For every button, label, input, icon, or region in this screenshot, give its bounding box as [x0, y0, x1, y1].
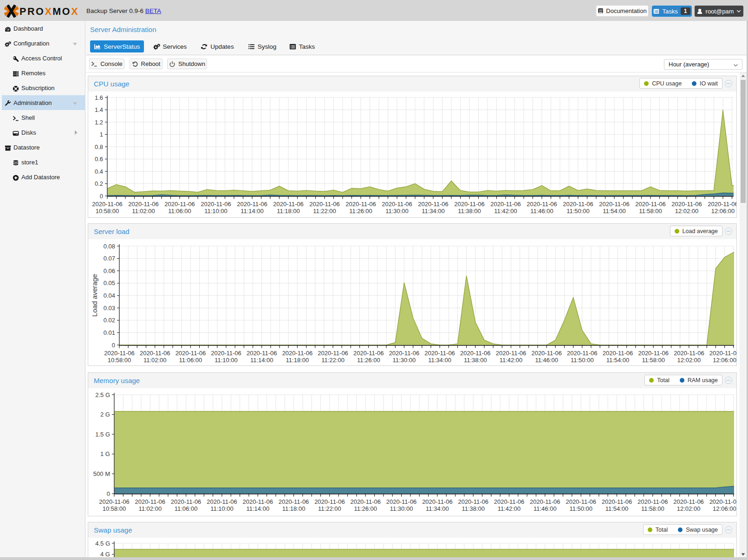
- svg-text:2020-11-06: 2020-11-06: [494, 498, 525, 505]
- svg-text:11:22:00: 11:22:00: [321, 357, 345, 364]
- svg-text:2020-11-06: 2020-11-06: [171, 498, 202, 505]
- svg-text:10:58:00: 10:58:00: [108, 357, 131, 364]
- svg-text:2020-11-06: 2020-11-06: [92, 201, 123, 208]
- svg-text:2020-11-06: 2020-11-06: [211, 350, 241, 357]
- svg-text:2020-11-06: 2020-11-06: [674, 350, 704, 357]
- svg-text:11:14:00: 11:14:00: [241, 208, 264, 215]
- svg-text:2020-11-06: 2020-11-06: [424, 350, 455, 357]
- svg-text:0.06: 0.06: [104, 267, 115, 274]
- svg-text:11:10:00: 11:10:00: [210, 505, 234, 512]
- svg-text:0.6: 0.6: [95, 156, 103, 163]
- svg-text:11:02:00: 11:02:00: [143, 357, 167, 364]
- svg-text:0.08: 0.08: [104, 243, 115, 250]
- svg-text:11:58:00: 11:58:00: [641, 505, 664, 512]
- svg-text:11:14:00: 11:14:00: [246, 505, 269, 512]
- svg-text:2020-11-06: 2020-11-06: [635, 201, 666, 208]
- svg-text:500 M: 500 M: [93, 470, 110, 477]
- svg-text:11:54:00: 11:54:00: [603, 208, 626, 215]
- svg-text:12:02:00: 12:02:00: [677, 357, 701, 364]
- svg-text:11:34:00: 11:34:00: [426, 505, 449, 512]
- svg-text:12:06:00: 12:06:00: [711, 208, 735, 215]
- svg-text:1.6: 1.6: [95, 94, 103, 101]
- svg-text:11:34:00: 11:34:00: [428, 357, 451, 364]
- svg-text:0.02: 0.02: [104, 317, 115, 324]
- svg-text:2020-11-06: 2020-11-06: [637, 498, 668, 505]
- svg-text:2020-11-06: 2020-11-06: [273, 201, 304, 208]
- svg-text:2020-11-06: 2020-11-06: [638, 350, 669, 357]
- svg-text:2020-11-06: 2020-11-06: [353, 350, 384, 357]
- svg-text:11:06:00: 11:06:00: [179, 357, 202, 364]
- svg-text:1 G: 1 G: [100, 450, 110, 457]
- svg-text:2020-11-06: 2020-11-06: [345, 201, 376, 208]
- svg-text:11:30:00: 11:30:00: [393, 357, 416, 364]
- svg-text:0.8: 0.8: [95, 143, 103, 150]
- svg-text:11:38:00: 11:38:00: [458, 208, 481, 215]
- svg-text:12:06:00: 12:06:00: [713, 505, 736, 512]
- svg-text:11:10:00: 11:10:00: [215, 357, 238, 364]
- svg-text:11:58:00: 11:58:00: [642, 357, 665, 364]
- svg-text:2020-11-06: 2020-11-06: [454, 201, 485, 208]
- svg-text:2020-11-06: 2020-11-06: [708, 201, 736, 208]
- svg-text:2020-11-06: 2020-11-06: [496, 350, 527, 357]
- svg-text:11:10:00: 11:10:00: [204, 208, 228, 215]
- svg-text:2020-11-06: 2020-11-06: [673, 498, 704, 505]
- svg-text:2020-11-06: 2020-11-06: [490, 201, 521, 208]
- svg-text:11:54:00: 11:54:00: [605, 505, 629, 512]
- svg-text:2020-11-06: 2020-11-06: [350, 498, 381, 505]
- svg-text:2020-11-06: 2020-11-06: [309, 201, 340, 208]
- svg-text:2020-11-06: 2020-11-06: [460, 350, 491, 357]
- svg-text:2020-11-06: 2020-11-06: [602, 498, 632, 505]
- svg-text:0.01: 0.01: [104, 329, 115, 336]
- svg-text:0.4: 0.4: [95, 168, 103, 175]
- svg-text:0.2: 0.2: [95, 180, 103, 187]
- svg-text:11:42:00: 11:42:00: [498, 505, 521, 512]
- svg-text:11:46:00: 11:46:00: [533, 505, 557, 512]
- svg-text:2 G: 2 G: [100, 411, 110, 418]
- svg-text:10:58:00: 10:58:00: [96, 208, 119, 215]
- svg-text:0.07: 0.07: [104, 255, 115, 262]
- svg-text:0.03: 0.03: [104, 305, 115, 312]
- svg-text:2020-11-06: 2020-11-06: [243, 498, 273, 505]
- svg-text:2020-11-06: 2020-11-06: [201, 201, 231, 208]
- svg-text:11:26:00: 11:26:00: [354, 505, 377, 512]
- svg-text:0.05: 0.05: [104, 280, 115, 287]
- svg-text:2020-11-06: 2020-11-06: [237, 201, 267, 208]
- svg-text:2020-11-06: 2020-11-06: [135, 498, 166, 505]
- svg-text:2020-11-06: 2020-11-06: [247, 350, 277, 357]
- svg-text:4.5 G: 4.5 G: [95, 540, 110, 547]
- svg-text:2020-11-06: 2020-11-06: [128, 201, 159, 208]
- svg-text:11:02:00: 11:02:00: [138, 505, 162, 512]
- svg-text:2020-11-06: 2020-11-06: [599, 201, 630, 208]
- svg-text:11:54:00: 11:54:00: [606, 357, 630, 364]
- svg-text:2020-11-06: 2020-11-06: [140, 350, 170, 357]
- svg-text:1.2: 1.2: [95, 119, 103, 126]
- svg-text:2020-11-06: 2020-11-06: [458, 498, 488, 505]
- svg-text:2020-11-06: 2020-11-06: [709, 498, 736, 505]
- svg-text:11:22:00: 11:22:00: [313, 208, 336, 215]
- svg-text:11:02:00: 11:02:00: [132, 208, 155, 215]
- svg-text:11:38:00: 11:38:00: [462, 505, 485, 512]
- svg-text:11:42:00: 11:42:00: [500, 357, 523, 364]
- svg-text:0.04: 0.04: [104, 292, 115, 299]
- svg-text:12:02:00: 12:02:00: [677, 505, 701, 512]
- svg-text:1.4: 1.4: [95, 106, 103, 113]
- svg-text:2020-11-06: 2020-11-06: [603, 350, 633, 357]
- svg-text:11:46:00: 11:46:00: [535, 357, 558, 364]
- svg-text:11:18:00: 11:18:00: [286, 357, 309, 364]
- svg-text:2020-11-06: 2020-11-06: [282, 350, 313, 357]
- svg-text:2020-11-06: 2020-11-06: [566, 498, 596, 505]
- svg-text:11:22:00: 11:22:00: [318, 505, 341, 512]
- svg-text:11:30:00: 11:30:00: [385, 208, 409, 215]
- svg-text:11:26:00: 11:26:00: [357, 357, 380, 364]
- svg-text:2020-11-06: 2020-11-06: [164, 201, 195, 208]
- svg-text:11:46:00: 11:46:00: [530, 208, 553, 215]
- svg-text:2020-11-06: 2020-11-06: [318, 350, 348, 357]
- svg-text:2020-11-06: 2020-11-06: [422, 498, 453, 505]
- svg-text:11:42:00: 11:42:00: [494, 208, 517, 215]
- svg-text:11:50:00: 11:50:00: [569, 505, 592, 512]
- svg-text:1: 1: [100, 131, 103, 138]
- svg-text:0: 0: [100, 193, 103, 200]
- svg-text:2020-11-06: 2020-11-06: [386, 498, 417, 505]
- svg-text:2020-11-06: 2020-11-06: [530, 498, 560, 505]
- svg-text:11:30:00: 11:30:00: [390, 505, 413, 512]
